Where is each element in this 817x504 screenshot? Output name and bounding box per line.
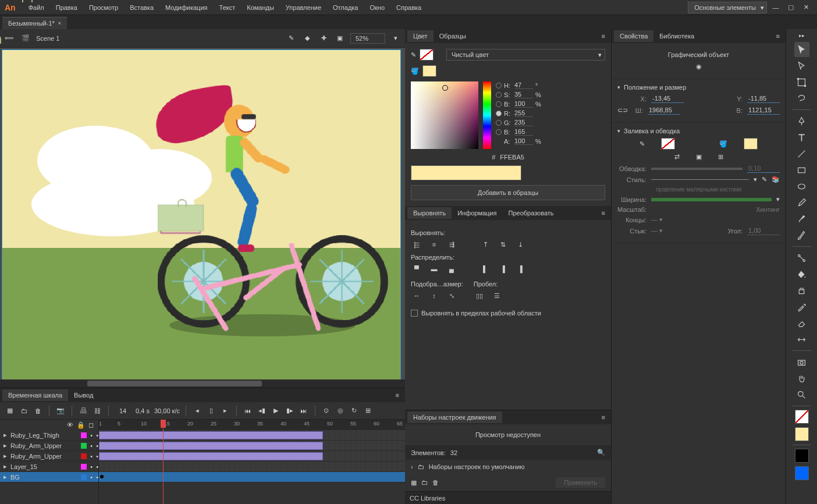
val-g[interactable]: 235	[514, 119, 533, 126]
prop-w[interactable]: 1968,85	[648, 106, 680, 115]
tools-collapse-icon[interactable]: ▸▸	[799, 33, 805, 38]
pen-tool-icon[interactable]	[794, 113, 809, 129]
play-icon[interactable]: ▶	[271, 406, 281, 416]
val-r[interactable]: 255	[514, 109, 533, 117]
onion-icon[interactable]: ⊙	[321, 406, 332, 416]
join-dropdown[interactable]: — ▾	[651, 227, 663, 235]
tools-black-swatch[interactable]	[795, 449, 809, 463]
bone-tool-icon[interactable]	[794, 250, 809, 265]
fill-swatch[interactable]	[422, 65, 436, 77]
zoom-dropdown[interactable]: 52%	[350, 33, 385, 44]
align-top-icon[interactable]: ⤒	[479, 239, 491, 250]
tab-transform[interactable]: Преобразовать	[502, 207, 559, 219]
match-width-icon[interactable]: ↔	[411, 290, 422, 301]
loop-icon[interactable]: ↻	[349, 406, 360, 416]
zoom-chevron-icon[interactable]: ▾	[390, 33, 402, 44]
current-frame[interactable]: 14	[115, 407, 131, 414]
new-preset-folder-icon[interactable]: 🗀	[421, 479, 428, 486]
dist-vcenter-icon[interactable]: ▬	[428, 263, 440, 275]
space-v-icon[interactable]: ☰	[491, 290, 503, 301]
step-fwd-icon[interactable]: ▸	[220, 406, 230, 416]
free-transform-tool-icon[interactable]	[794, 74, 809, 90]
next-frame-icon[interactable]: ▮▸	[285, 406, 295, 416]
paint-bucket-tool-icon[interactable]	[794, 267, 809, 282]
menu-file[interactable]: Файл	[23, 4, 50, 11]
color-picker-field[interactable]	[411, 81, 478, 149]
width-tool-icon[interactable]	[794, 332, 809, 347]
hue-slider[interactable]	[483, 81, 491, 149]
document-tab[interactable]: Безымянный-1* ×	[2, 17, 67, 29]
subselection-tool-icon[interactable]	[794, 58, 809, 73]
camera-icon[interactable]: 📷	[55, 406, 66, 416]
tab-output[interactable]: Вывод	[68, 389, 99, 401]
tab-motion-presets[interactable]: Наборы настроек движения	[407, 411, 502, 423]
clip-icon[interactable]: ▣	[334, 33, 346, 44]
align-bottom-icon[interactable]: ⤓	[514, 239, 526, 250]
menu-modify[interactable]: Модификация	[159, 4, 214, 11]
paint-icon[interactable]: ◆	[301, 33, 313, 44]
layer-row[interactable]: ▸BG••	[0, 472, 98, 482]
radio-h[interactable]	[496, 83, 502, 88]
outline-col-icon[interactable]: ◻	[88, 421, 94, 429]
match-height-icon[interactable]: ↕	[428, 290, 440, 301]
width-chevron-icon[interactable]: ▾	[776, 196, 780, 203]
panel-menu-icon[interactable]: ≡	[598, 33, 609, 40]
goto-first-icon[interactable]: ⏮	[243, 406, 253, 416]
hand-tool-icon[interactable]	[794, 371, 809, 386]
align-hcenter-icon[interactable]: ≡	[428, 239, 440, 250]
menu-commands[interactable]: Команды	[241, 4, 280, 11]
dist-left-icon[interactable]: ▌	[479, 263, 491, 275]
window-maximize-icon[interactable]: ▢	[784, 2, 797, 13]
scene-name[interactable]: Scene 1	[36, 35, 59, 42]
selection-tool-icon[interactable]	[794, 42, 809, 57]
stage[interactable]	[2, 49, 401, 379]
dist-right-icon[interactable]: ▐	[514, 263, 526, 275]
section-position[interactable]: Положение и размер	[617, 84, 780, 91]
delete-layer-icon[interactable]: 🗑	[33, 406, 43, 416]
scene-back-icon[interactable]: ⟸	[3, 33, 15, 44]
expand-icon[interactable]: ›	[411, 463, 413, 470]
tab-align[interactable]: Выровнять	[407, 207, 452, 219]
edit-scene-icon[interactable]: ✎	[285, 33, 297, 44]
fps-value[interactable]: 30,00 к/с	[154, 407, 180, 414]
swap-icon[interactable]: ⇄	[674, 153, 680, 161]
tab-color[interactable]: Цвет	[407, 30, 434, 42]
tab-library[interactable]: Библиотека	[653, 30, 700, 42]
val-a[interactable]: 100	[514, 137, 533, 145]
link-icon[interactable]: ⛓	[92, 406, 102, 416]
val-h[interactable]: 47	[514, 81, 533, 89]
dist-bottom-icon[interactable]: ▄	[446, 263, 457, 275]
radio-g[interactable]	[496, 120, 502, 126]
prop-y[interactable]: -11,85	[747, 94, 780, 103]
zoom-tool-icon[interactable]	[794, 387, 809, 402]
menu-insert[interactable]: Вставка	[124, 4, 159, 11]
layer-row[interactable]: ▸Ruby_Arm_Upper••	[0, 441, 98, 451]
eyedropper-tool-icon[interactable]	[794, 299, 809, 314]
prop-fill-swatch[interactable]	[744, 138, 758, 150]
fill-bucket-icon[interactable]: 🪣	[719, 140, 727, 148]
tab-swatches[interactable]: Образцы	[434, 30, 472, 42]
markers-icon[interactable]: ⊞	[363, 406, 374, 416]
tree-icon[interactable]: 品	[78, 406, 88, 416]
menu-control[interactable]: Управление	[280, 4, 327, 11]
align-to-stage-checkbox[interactable]	[411, 310, 418, 317]
eraser-tool-icon[interactable]	[794, 315, 809, 331]
menu-help[interactable]: Справка	[390, 4, 427, 11]
bucket-icon[interactable]: 🪣	[411, 68, 419, 75]
workspace-dropdown[interactable]: Основные элементы	[688, 2, 767, 13]
prev-frame-icon[interactable]: ◂▮	[257, 406, 267, 416]
scene-clapper-icon[interactable]: 🎬	[20, 33, 31, 44]
oval-tool-icon[interactable]	[794, 179, 809, 194]
stroke-pencil-icon[interactable]: ✎	[640, 140, 645, 148]
hex-value[interactable]: FFEBA5	[500, 154, 524, 161]
menu-window[interactable]: Окно	[364, 4, 390, 11]
lasso-tool-icon[interactable]	[794, 91, 809, 106]
menu-debug[interactable]: Отладка	[327, 4, 364, 11]
align-right-icon[interactable]: ⇶	[446, 239, 457, 250]
step-back-icon[interactable]: ◂	[192, 406, 203, 416]
prop-h[interactable]: 1121,15	[747, 106, 780, 115]
camera-tool-icon[interactable]	[794, 354, 809, 370]
radio-b[interactable]	[496, 101, 502, 107]
rectangle-tool-icon[interactable]	[794, 162, 809, 178]
document-tab-close-icon[interactable]: ×	[58, 20, 61, 26]
